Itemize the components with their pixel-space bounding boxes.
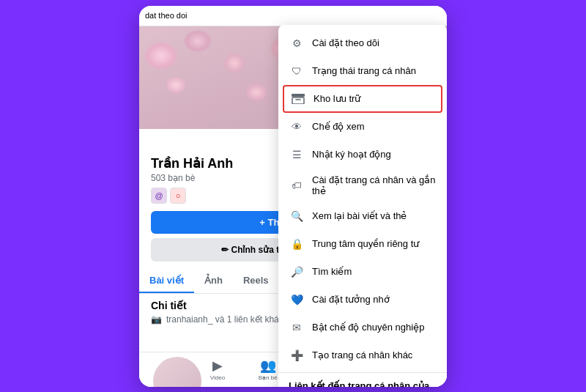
archive-icon — [290, 91, 306, 107]
menu-item-chuyennghiep[interactable]: ✉ Bật chế độ chuyên nghiệp — [278, 314, 447, 341]
menu-item-caidattheodoi[interactable]: ⚙ Cài đặt theo dõi — [278, 29, 447, 57]
menu-item-tuongnho[interactable]: 💙 Cài đặt tưởng nhớ — [278, 286, 447, 314]
menu-label-timkiem: Tìm kiếm — [312, 266, 352, 277]
friends-icon: 👥 — [260, 358, 276, 374]
menu-label-cheodoxem: Chế độ xem — [312, 121, 365, 132]
svg-rect-0 — [292, 94, 305, 97]
top-bar: dat theo doi — [139, 6, 447, 26]
menu-label-xemlai: Xem lại bài viết và thẻ — [312, 210, 407, 221]
menu-item-timkiem[interactable]: 🔎 Tìm kiếm — [278, 258, 447, 286]
menu-item-cheodoxem[interactable]: 👁 Chế độ xem — [278, 113, 447, 141]
menu-label-tuongnho: Cài đặt tưởng nhớ — [312, 294, 390, 305]
video-icon: ▶ — [212, 358, 223, 374]
menu-label-nhatky: Nhật ký hoạt động — [312, 149, 391, 160]
menu-label-kholuu: Kho lưu trữ — [314, 93, 360, 104]
tag-settings-icon: 🏷 — [289, 177, 305, 193]
search-icon: 🔎 — [289, 264, 305, 280]
menu-label-caidattheodoi: Cài đặt theo dõi — [312, 37, 379, 48]
menu-label-taotrang: Tạo trang cá nhân khác — [312, 350, 412, 360]
menu-item-trangthai[interactable]: 🛡 Trạng thái trang cá nhân — [278, 57, 447, 85]
menu-item-quyenriengtu[interactable]: 🔒 Trung tâm quyền riêng tư — [278, 230, 447, 258]
menu-label-chuyennghiep: Bật chế độ chuyên nghiệp — [312, 322, 424, 333]
top-bar-dat-theo-doi: dat theo doi — [145, 11, 188, 20]
menu-label-caidatganthe: Cài đặt trang cá nhân và gắn thẻ — [312, 174, 437, 196]
tab-reels[interactable]: Reels — [233, 269, 279, 293]
menu-item-caidatganthe[interactable]: 🏷 Cài đặt trang cá nhân và gắn thẻ — [278, 169, 447, 202]
eye-icon: 👁 — [289, 119, 305, 135]
phone-frame: dat theo doi 📷 Trần Hải Anh 503 bạn bè @… — [139, 6, 447, 387]
menu-item-nhatky[interactable]: ☰ Nhật ký hoạt động — [278, 141, 447, 169]
tab-baiviet[interactable]: Bài viết — [139, 269, 194, 293]
menu-section-title: Liên kết đến trang cá nhân của bạn — [278, 376, 447, 387]
instagram-icon: 📷 — [151, 314, 162, 325]
review-icon: 🔍 — [289, 208, 305, 224]
shield-icon: 🛡 — [289, 63, 305, 79]
badge-red: ○ — [170, 188, 186, 204]
menu-item-taotrang[interactable]: ➕ Tạo trang cá nhân khác — [278, 341, 447, 369]
menu-divider — [278, 372, 447, 373]
nav-label-banbe: Bạn bè — [259, 374, 278, 381]
svg-rect-1 — [292, 97, 304, 104]
activity-icon: ☰ — [289, 147, 305, 163]
menu-item-kholuu[interactable]: Kho lưu trữ — [283, 85, 442, 113]
settings-follow-icon: ⚙ — [289, 35, 305, 51]
menu-item-xemlai[interactable]: 🔍 Xem lại bài viết và thẻ — [278, 202, 447, 230]
lock-icon: 🔒 — [289, 236, 305, 252]
details-item-text: tranhaianh_ và 1 liên kết khác — [166, 314, 283, 325]
dropdown-menu: ⚙ Cài đặt theo dõi 🛡 Trạng thái trang cá… — [278, 25, 447, 387]
avatar-image — [153, 357, 201, 387]
menu-label-trangthai: Trạng thái trang cá nhân — [312, 65, 416, 76]
memorial-icon: 💙 — [289, 292, 305, 308]
create-profile-icon: ➕ — [289, 347, 305, 363]
badge-purple: @ — [151, 188, 167, 204]
tab-anh[interactable]: Ảnh — [194, 269, 233, 293]
professional-icon: ✉ — [289, 319, 305, 336]
menu-label-quyenriengtu: Trung tâm quyền riêng tư — [312, 238, 419, 249]
nav-label-video: Video — [210, 374, 225, 381]
